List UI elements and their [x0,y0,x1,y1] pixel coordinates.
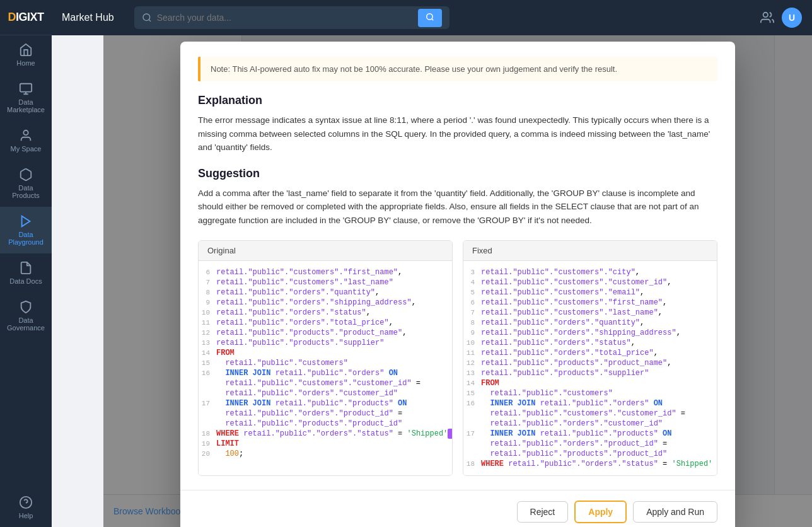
sidebar-item-myspace-label: My Space [11,145,42,153]
sidebar-item-datadocs-label: Data Docs [9,277,42,285]
sidebar-item-dataproducts-label: DataProducts [12,184,39,199]
original-code-area: 6retail."public"."customers"."first_name… [199,261,452,475]
logo-text: DIGIXT [8,11,44,24]
topbar-right: U [760,8,802,28]
store-icon [19,82,33,96]
sidebar-item-data-marketplace[interactable]: DataMarketplace [0,74,52,121]
doc-icon [19,261,33,275]
svg-point-5 [143,14,150,21]
note-text: Note: This AI-powered auto fix may not b… [211,64,617,74]
sidebar-item-data-docs[interactable]: Data Docs [0,253,52,292]
sidebar-item-marketplace-label: DataMarketplace [7,98,45,113]
apply-and-run-button[interactable]: Apply and Run [633,501,717,523]
search-input[interactable] [157,13,413,23]
modal-footer: Reject Apply Apply and Run [180,490,735,527]
shield-icon [19,300,33,314]
sidebar-item-help-label: Help [19,512,33,519]
suggestion-heading: Suggestion [198,167,717,180]
search-icon [142,13,152,23]
modal-overlay: Note: This AI-powered auto fix may not b… [103,35,812,527]
search-button[interactable] [418,9,442,27]
apply-button[interactable]: Apply [574,501,627,523]
sidebar-item-home[interactable]: Home [0,35,52,74]
logo: DIGIXT [0,0,52,35]
cube-icon [19,168,33,182]
sidebar-item-playground-label: DataPlayground [8,231,44,246]
svg-line-8 [431,18,433,20]
suggestion-text: Add a comma after the 'last_name' field … [198,187,717,228]
explanation-heading: Explanation [198,94,717,107]
sidebar-item-home-label: Home [16,59,35,67]
explanation-text: The error message indicates a syntax iss… [198,113,717,154]
help-icon [19,495,33,509]
original-panel-header: Original [199,241,452,261]
code-panels: Original 6retail."public"."customers"."f… [198,240,717,476]
svg-point-9 [763,13,768,17]
svg-rect-0 [20,84,32,92]
topbar-title: Market Hub [62,12,114,23]
svg-point-7 [426,13,432,19]
topbar: Market Hub U [52,0,812,35]
modal-body: Note: This AI-powered auto fix may not b… [180,42,735,490]
original-code-panel: Original 6retail."public"."customers"."f… [198,240,453,476]
sidebar-item-data-playground[interactable]: DataPlayground [0,207,52,253]
home-icon [19,43,33,57]
sidebar-item-data-governance[interactable]: DataGovernance [0,292,52,339]
reject-button[interactable]: Reject [517,501,569,523]
search-bar [134,6,450,29]
users-icon [760,11,774,25]
sidebar-item-help[interactable]: Help [0,488,52,527]
note-bar: Note: This AI-powered auto fix may not b… [198,57,717,81]
autofix-modal: Note: This AI-powered auto fix may not b… [180,42,735,527]
svg-line-6 [149,20,151,21]
svg-point-1 [23,130,28,135]
svg-marker-2 [22,216,30,227]
person-icon [19,129,33,142]
sidebar-item-governance-label: DataGovernance [7,316,45,332]
fixed-panel-header: Fixed [463,241,717,261]
play-icon [19,214,33,228]
main-content: Browse Workbooks › Note: This AI-powered… [103,35,812,527]
sidebar: DIGIXT Home DataMarketplace My Space Dat… [0,0,52,527]
fixed-code-area: 3retail."public"."customers"."city", 4re… [463,261,717,475]
search-submit-icon [426,13,434,21]
fixed-code-panel: Fixed 3retail."public"."customers"."city… [463,240,717,476]
sidebar-item-my-space[interactable]: My Space [0,121,52,160]
user-avatar[interactable]: U [782,8,802,28]
sidebar-item-data-products[interactable]: DataProducts [0,160,52,207]
